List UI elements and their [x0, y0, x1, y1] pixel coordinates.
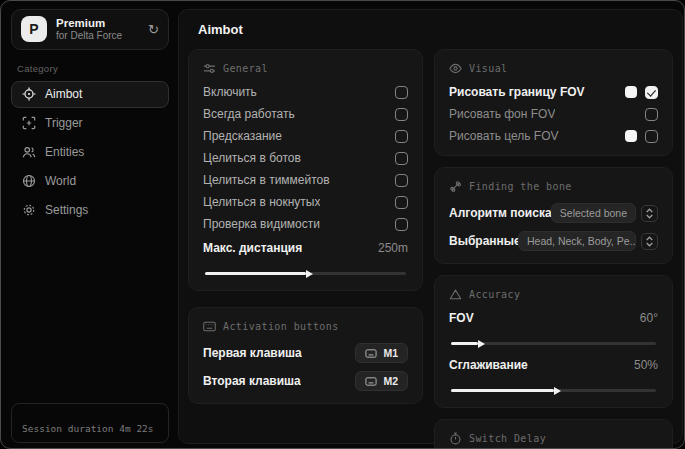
card-switch-delay-header: Switch Delay: [449, 432, 658, 445]
sidebar-item-label: Settings: [45, 203, 88, 217]
setting-label: Макс. дистанция: [203, 241, 302, 255]
keybind-row-secondary: Вторая клавиша M2: [203, 371, 408, 391]
checkbox-enable[interactable]: [395, 86, 408, 99]
checkbox-draw-fov-border[interactable]: [645, 86, 658, 99]
setting-label: Выбранные кос: [449, 234, 518, 248]
chevron-up-down-icon[interactable]: [641, 233, 658, 250]
card-visual: Visual Рисовать границу FOV Рисовать фон…: [434, 49, 673, 156]
keyboard-icon: [203, 320, 216, 333]
setting-row-prediction: Предсказание: [203, 129, 408, 143]
card-general: General Включить Всегда работать Предска…: [188, 49, 423, 291]
page-title: Aimbot: [188, 22, 673, 37]
setting-row-smoothing: Сглаживание 50%: [449, 358, 658, 372]
setting-row-draw-fov-target: Рисовать цель FOV: [449, 129, 658, 143]
session-duration-text: Session duration 4m 22s: [22, 423, 154, 434]
card-visual-header: Visual: [449, 62, 658, 75]
category-label: Category: [17, 63, 169, 74]
checkbox-draw-fov-target[interactable]: [645, 130, 658, 143]
keybind-button-primary[interactable]: M1: [355, 343, 408, 363]
app-logo: P: [21, 16, 47, 42]
sidebar: P Premium for Delta Force ↻ Category Aim…: [1, 1, 177, 448]
card-general-header: General: [203, 62, 408, 75]
max-distance-value: 250m: [378, 241, 408, 255]
main-panel: Aimbot General Включить Всегда работать …: [178, 9, 683, 444]
crosshair-icon: [22, 87, 36, 101]
sidebar-item-entities[interactable]: Entities: [11, 139, 169, 166]
keybind-label: Первая клавиша: [203, 346, 302, 360]
setting-row-selected-bones: Выбранные кос Head, Neck, Body, Pe...: [449, 231, 658, 251]
setting-label: Целиться в тиммейтов: [203, 173, 330, 187]
keybind-value: M2: [383, 375, 398, 387]
sidebar-item-label: Entities: [45, 145, 84, 159]
setting-row-draw-fov-border: Рисовать границу FOV: [449, 85, 658, 99]
card-accuracy-header: Accuracy: [449, 288, 658, 301]
gear-icon: [22, 203, 36, 217]
setting-label: Целиться в нокнутых: [203, 195, 320, 209]
chevron-up-down-icon[interactable]: [641, 205, 658, 222]
card-visual-title: Visual: [469, 63, 508, 74]
setting-label: Предсказание: [203, 129, 282, 143]
checkbox-target-teammates[interactable]: [395, 174, 408, 187]
setting-row-bone-algorithm: Алгоритм поиска кост Selected bone: [449, 203, 658, 223]
setting-label: Сглаживание: [449, 358, 528, 372]
card-accuracy: Accuracy FOV 60° Сглаживание 50%: [434, 275, 673, 408]
setting-row-target-teammates: Целиться в тиммейтов: [203, 173, 408, 187]
max-distance-slider[interactable]: [205, 272, 406, 275]
keyboard-icon: [365, 377, 377, 386]
setting-label: Рисовать границу FOV: [449, 85, 585, 99]
setting-label: Проверка видимости: [203, 217, 320, 231]
stopwatch-icon: [449, 432, 462, 445]
sidebar-item-trigger[interactable]: Trigger: [11, 110, 169, 137]
app-subtitle: for Delta Force: [56, 30, 139, 43]
checkbox-draw-fov-background[interactable]: [645, 108, 658, 121]
fov-slider[interactable]: [451, 342, 656, 345]
setting-label: Целиться в ботов: [203, 151, 301, 165]
setting-row-target-bots: Целиться в ботов: [203, 151, 408, 165]
bone-algorithm-dropdown[interactable]: Selected bone: [551, 203, 636, 223]
card-finding-bone-title: Finding the bone: [469, 181, 572, 192]
card-finding-bone: Finding the bone Алгоритм поиска кост Se…: [434, 167, 673, 264]
sliders-icon: [203, 62, 216, 75]
setting-row-max-distance: Макс. дистанция 250m: [203, 241, 408, 255]
card-accuracy-title: Accuracy: [469, 289, 520, 300]
card-switch-delay: Switch Delay Задержка переключения Задер…: [434, 419, 673, 449]
smoothing-slider[interactable]: [451, 389, 656, 392]
eye-icon: [449, 62, 462, 75]
keybind-button-secondary[interactable]: M2: [355, 371, 408, 391]
sidebar-item-aimbot[interactable]: Aimbot: [11, 81, 169, 108]
card-finding-bone-header: Finding the bone: [449, 180, 658, 193]
checkbox-visibility-check[interactable]: [395, 218, 408, 231]
sidebar-nav: Aimbot Trigger Entities World Settings: [11, 81, 169, 224]
card-activation-title: Activation buttons: [223, 321, 339, 332]
app-header-text: Premium for Delta Force: [56, 16, 139, 43]
color-swatch[interactable]: [625, 86, 637, 98]
sidebar-item-label: Aimbot: [45, 87, 82, 101]
triangle-icon: [449, 288, 462, 301]
app-window: P Premium for Delta Force ↻ Category Aim…: [0, 0, 685, 449]
card-activation-buttons: Activation buttons Первая клавиша M1 Вто…: [188, 307, 423, 404]
fov-value: 60°: [640, 311, 658, 325]
setting-row-visibility-check: Проверка видимости: [203, 217, 408, 231]
keybind-label: Вторая клавиша: [203, 374, 301, 388]
users-icon: [22, 145, 36, 159]
setting-label: Рисовать фон FOV: [449, 107, 555, 121]
checkbox-prediction[interactable]: [395, 130, 408, 143]
setting-label: Алгоритм поиска кост: [449, 206, 551, 220]
sidebar-item-settings[interactable]: Settings: [11, 197, 169, 224]
checkbox-always-work[interactable]: [395, 108, 408, 121]
setting-row-fov: FOV 60°: [449, 311, 658, 325]
checkbox-target-knocked[interactable]: [395, 196, 408, 209]
keybind-row-primary: Первая клавиша M1: [203, 343, 408, 363]
setting-row-draw-fov-background: Рисовать фон FOV: [449, 107, 658, 121]
sidebar-item-world[interactable]: World: [11, 168, 169, 195]
setting-label: Всегда работать: [203, 107, 295, 121]
selected-bones-dropdown[interactable]: Head, Neck, Body, Pe...: [518, 231, 636, 251]
focus-icon: [22, 116, 36, 130]
setting-label: Рисовать цель FOV: [449, 129, 559, 143]
setting-row-target-knocked: Целиться в нокнутых: [203, 195, 408, 209]
refresh-icon[interactable]: ↻: [148, 22, 159, 37]
card-switch-delay-title: Switch Delay: [469, 433, 546, 444]
color-swatch[interactable]: [625, 130, 637, 142]
setting-label: FOV: [449, 311, 474, 325]
checkbox-target-bots[interactable]: [395, 152, 408, 165]
